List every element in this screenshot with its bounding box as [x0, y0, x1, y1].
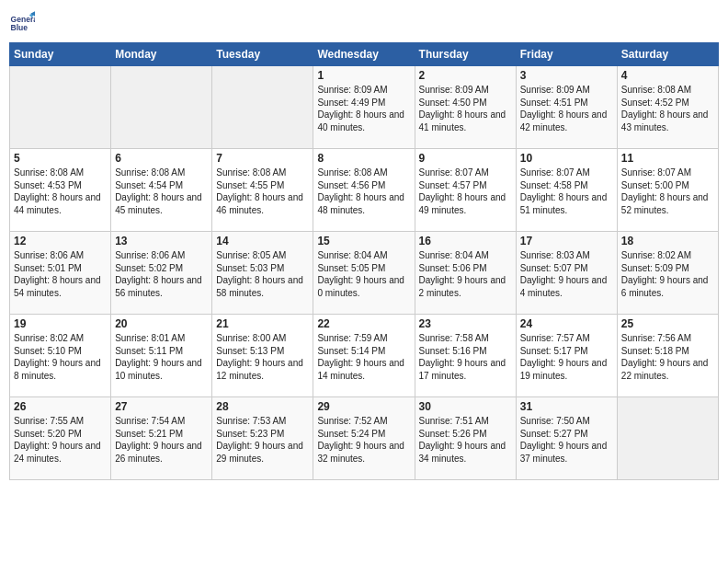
calendar-cell: 5Sunrise: 8:08 AMSunset: 4:53 PMDaylight… [10, 149, 111, 232]
weekday-header-saturday: Saturday [617, 43, 718, 66]
weekday-header-sunday: Sunday [10, 43, 111, 66]
day-number: 23 [419, 317, 512, 330]
cell-info: Sunrise: 8:08 AMSunset: 4:56 PMDaylight:… [317, 167, 410, 216]
day-number: 17 [520, 235, 613, 247]
day-number: 30 [419, 400, 512, 413]
cell-info: Sunrise: 8:04 AMSunset: 5:05 PMDaylight:… [317, 249, 410, 299]
day-number: 5 [14, 152, 107, 165]
day-number: 22 [317, 317, 410, 330]
calendar-cell: 26Sunrise: 7:55 AMSunset: 5:20 PMDayligh… [10, 397, 111, 480]
cell-info: Sunrise: 8:00 AMSunset: 5:13 PMDaylight:… [216, 332, 309, 382]
cell-info: Sunrise: 8:01 AMSunset: 5:11 PMDaylight:… [115, 332, 208, 382]
cell-info: Sunrise: 7:54 AMSunset: 5:21 PMDaylight:… [115, 415, 208, 465]
cell-info: Sunrise: 8:09 AMSunset: 4:50 PMDaylight:… [419, 84, 512, 133]
cell-info: Sunrise: 7:55 AMSunset: 5:20 PMDaylight:… [14, 415, 107, 465]
cell-info: Sunrise: 8:08 AMSunset: 4:55 PMDaylight:… [216, 167, 309, 216]
calendar-cell: 24Sunrise: 7:57 AMSunset: 5:17 PMDayligh… [516, 315, 617, 397]
cell-info: Sunrise: 8:05 AMSunset: 5:03 PMDaylight:… [216, 249, 309, 299]
weekday-header-friday: Friday [516, 43, 617, 66]
day-number: 9 [419, 152, 512, 165]
cell-info: Sunrise: 7:53 AMSunset: 5:23 PMDaylight:… [216, 415, 309, 465]
calendar-cell: 28Sunrise: 7:53 AMSunset: 5:23 PMDayligh… [212, 397, 313, 480]
cell-info: Sunrise: 8:07 AMSunset: 5:00 PMDaylight:… [621, 167, 714, 216]
day-number: 12 [14, 235, 107, 247]
calendar-week-row: 26Sunrise: 7:55 AMSunset: 5:20 PMDayligh… [10, 397, 719, 480]
day-number: 31 [520, 400, 613, 413]
cell-info: Sunrise: 7:57 AMSunset: 5:17 PMDaylight:… [520, 332, 613, 382]
calendar-cell: 12Sunrise: 8:06 AMSunset: 5:01 PMDayligh… [10, 232, 111, 315]
calendar-cell: 23Sunrise: 7:58 AMSunset: 5:16 PMDayligh… [415, 315, 516, 397]
cell-info: Sunrise: 7:56 AMSunset: 5:18 PMDaylight:… [621, 332, 714, 382]
calendar-week-row: 19Sunrise: 8:02 AMSunset: 5:10 PMDayligh… [10, 315, 719, 397]
calendar-cell: 27Sunrise: 7:54 AMSunset: 5:21 PMDayligh… [111, 397, 212, 480]
day-number: 18 [621, 235, 714, 247]
day-number: 25 [621, 317, 714, 330]
day-number: 13 [115, 235, 208, 247]
cell-info: Sunrise: 8:08 AMSunset: 4:52 PMDaylight:… [621, 84, 714, 133]
calendar-week-row: 1Sunrise: 8:09 AMSunset: 4:49 PMDaylight… [10, 66, 719, 149]
calendar-table: SundayMondayTuesdayWednesdayThursdayFrid… [9, 42, 719, 480]
cell-info: Sunrise: 7:51 AMSunset: 5:26 PMDaylight:… [419, 415, 512, 465]
weekday-header-wednesday: Wednesday [313, 43, 415, 66]
cell-info: Sunrise: 8:03 AMSunset: 5:07 PMDaylight:… [520, 249, 613, 299]
day-number: 21 [216, 317, 309, 330]
day-number: 24 [520, 317, 613, 330]
calendar-cell: 1Sunrise: 8:09 AMSunset: 4:49 PMDaylight… [313, 66, 415, 149]
day-number: 28 [216, 400, 309, 413]
calendar-cell: 25Sunrise: 7:56 AMSunset: 5:18 PMDayligh… [617, 315, 718, 397]
day-number: 4 [621, 69, 714, 82]
calendar-cell: 2Sunrise: 8:09 AMSunset: 4:50 PMDaylight… [415, 66, 516, 149]
cell-info: Sunrise: 8:04 AMSunset: 5:06 PMDaylight:… [419, 249, 512, 299]
logo: General Blue [9, 9, 35, 35]
cell-info: Sunrise: 8:07 AMSunset: 4:58 PMDaylight:… [520, 167, 613, 216]
calendar-cell: 3Sunrise: 8:09 AMSunset: 4:51 PMDaylight… [516, 66, 617, 149]
day-number: 20 [115, 317, 208, 330]
calendar-cell: 21Sunrise: 8:00 AMSunset: 5:13 PMDayligh… [212, 315, 313, 397]
cell-info: Sunrise: 8:09 AMSunset: 4:51 PMDaylight:… [520, 84, 613, 133]
cell-info: Sunrise: 8:02 AMSunset: 5:09 PMDaylight:… [621, 249, 714, 299]
weekday-header-row: SundayMondayTuesdayWednesdayThursdayFrid… [10, 43, 719, 66]
cell-info: Sunrise: 7:52 AMSunset: 5:24 PMDaylight:… [317, 415, 410, 465]
day-number: 29 [317, 400, 410, 413]
calendar-cell: 17Sunrise: 8:03 AMSunset: 5:07 PMDayligh… [516, 232, 617, 315]
day-number: 19 [14, 317, 107, 330]
calendar-cell: 16Sunrise: 8:04 AMSunset: 5:06 PMDayligh… [415, 232, 516, 315]
calendar-cell: 7Sunrise: 8:08 AMSunset: 4:55 PMDaylight… [212, 149, 313, 232]
cell-info: Sunrise: 8:07 AMSunset: 4:57 PMDaylight:… [419, 167, 512, 216]
svg-text:Blue: Blue [11, 23, 28, 32]
cell-info: Sunrise: 8:09 AMSunset: 4:49 PMDaylight:… [317, 84, 410, 133]
calendar-cell [212, 66, 313, 149]
cell-info: Sunrise: 7:50 AMSunset: 5:27 PMDaylight:… [520, 415, 613, 465]
calendar-cell: 19Sunrise: 8:02 AMSunset: 5:10 PMDayligh… [10, 315, 111, 397]
calendar-cell: 20Sunrise: 8:01 AMSunset: 5:11 PMDayligh… [111, 315, 212, 397]
logo-icon: General Blue [9, 9, 35, 35]
day-number: 6 [115, 152, 208, 165]
calendar-cell: 18Sunrise: 8:02 AMSunset: 5:09 PMDayligh… [617, 232, 718, 315]
calendar-cell: 9Sunrise: 8:07 AMSunset: 4:57 PMDaylight… [415, 149, 516, 232]
calendar-cell [111, 66, 212, 149]
day-number: 10 [520, 152, 613, 165]
calendar-cell [617, 397, 718, 480]
calendar-cell [10, 66, 111, 149]
day-number: 3 [520, 69, 613, 82]
calendar-cell: 13Sunrise: 8:06 AMSunset: 5:02 PMDayligh… [111, 232, 212, 315]
calendar-cell: 8Sunrise: 8:08 AMSunset: 4:56 PMDaylight… [313, 149, 415, 232]
cell-info: Sunrise: 7:58 AMSunset: 5:16 PMDaylight:… [419, 332, 512, 382]
cell-info: Sunrise: 7:59 AMSunset: 5:14 PMDaylight:… [317, 332, 410, 382]
weekday-header-thursday: Thursday [415, 43, 516, 66]
calendar-cell: 10Sunrise: 8:07 AMSunset: 4:58 PMDayligh… [516, 149, 617, 232]
calendar-cell: 6Sunrise: 8:08 AMSunset: 4:54 PMDaylight… [111, 149, 212, 232]
calendar-week-row: 12Sunrise: 8:06 AMSunset: 5:01 PMDayligh… [10, 232, 719, 315]
day-number: 26 [14, 400, 107, 413]
calendar-cell: 11Sunrise: 8:07 AMSunset: 5:00 PMDayligh… [617, 149, 718, 232]
page-header: General Blue [9, 9, 719, 35]
day-number: 11 [621, 152, 714, 165]
calendar-cell: 15Sunrise: 8:04 AMSunset: 5:05 PMDayligh… [313, 232, 415, 315]
calendar-cell: 31Sunrise: 7:50 AMSunset: 5:27 PMDayligh… [516, 397, 617, 480]
weekday-header-monday: Monday [111, 43, 212, 66]
weekday-header-tuesday: Tuesday [212, 43, 313, 66]
cell-info: Sunrise: 8:02 AMSunset: 5:10 PMDaylight:… [14, 332, 107, 382]
day-number: 8 [317, 152, 410, 165]
day-number: 14 [216, 235, 309, 247]
calendar-cell: 14Sunrise: 8:05 AMSunset: 5:03 PMDayligh… [212, 232, 313, 315]
